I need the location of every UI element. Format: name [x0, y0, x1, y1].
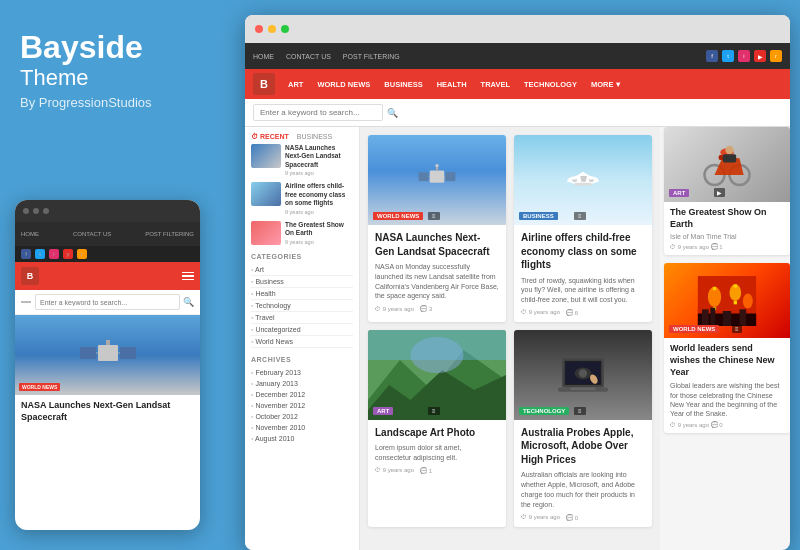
- sidebar-item-nasa[interactable]: NASA Launches Next-Gen Landsat Spacecraf…: [251, 144, 353, 176]
- landscape-list-icon: ≡: [428, 407, 440, 415]
- articles-main: WORLD NEWS ≡ NASA Launches Next-Gen Land…: [360, 127, 660, 550]
- site-nav-post-filtering[interactable]: POST FILTERING: [343, 53, 400, 60]
- business-tab[interactable]: BUSINESS: [297, 133, 332, 140]
- mobile-article-image: WORLD NEWS: [15, 315, 200, 395]
- landscape-article-body: Landscape Art Photo Lorem ipsum dolor si…: [368, 420, 506, 480]
- archives-label: ARCHIVES: [251, 356, 353, 363]
- main-nav-technology[interactable]: TECHNOLOGY: [519, 80, 582, 89]
- sidebar: ⏱ RECENT BUSINESS NASA Launches Next-Gen…: [245, 127, 360, 550]
- cat-art[interactable]: Art: [251, 264, 353, 276]
- browser-maximize-dot[interactable]: [281, 25, 289, 33]
- cat-technology[interactable]: Technology: [251, 300, 353, 312]
- article-landscape[interactable]: ART ≡ Landscape Art Photo Lorem ipsum do…: [368, 330, 506, 527]
- twitter-icon[interactable]: t: [35, 249, 45, 259]
- mobile-article-badge: WORLD NEWS: [19, 383, 60, 391]
- rss-icon[interactable]: r: [770, 50, 782, 62]
- sidebar-item-show[interactable]: The Greatest Show On Earth 9 years ago: [251, 221, 353, 245]
- browser-minimize-dot[interactable]: [268, 25, 276, 33]
- airline-plane-svg: [548, 155, 618, 205]
- main-nav-art[interactable]: ART: [283, 80, 308, 89]
- site-nav-home[interactable]: HOME: [253, 53, 274, 60]
- main-nav-business[interactable]: BUSINESS: [379, 80, 427, 89]
- cat-health[interactable]: Health: [251, 288, 353, 300]
- search-icon[interactable]: 🔍: [387, 108, 398, 118]
- svg-rect-51: [740, 309, 747, 326]
- mobile-nav-contact[interactable]: CONTACT US: [73, 231, 111, 237]
- sidebar-thumb-airline: [251, 182, 281, 206]
- archive-dec-2012[interactable]: December 2012: [251, 389, 353, 400]
- svg-rect-3: [120, 347, 136, 359]
- nasa-satellite-svg: [407, 155, 467, 205]
- svg-point-12: [435, 164, 438, 167]
- australia-time: ⏱ 9 years ago: [521, 514, 560, 520]
- svg-rect-49: [710, 308, 715, 326]
- article-nasa[interactable]: WORLD NEWS ≡ NASA Launches Next-Gen Land…: [368, 135, 506, 322]
- main-nav-travel[interactable]: TRAVEL: [476, 80, 515, 89]
- facebook-icon[interactable]: f: [706, 50, 718, 62]
- landscape-article-excerpt: Lorem ipsum dolor sit amet, consectetur …: [375, 443, 499, 463]
- desktop-search-input[interactable]: [253, 104, 383, 121]
- site-social-icons: f t i ▶ r: [706, 50, 782, 62]
- article-chinese-new-year[interactable]: WORLD NEWS ≡ World leaders send wishes t…: [664, 263, 790, 432]
- archive-feb-2013[interactable]: February 2013: [251, 367, 353, 378]
- brand-title: Bayside: [20, 30, 220, 65]
- sidebar-nasa-title: NASA Launches Next-Gen Landsat Spacecraf…: [285, 144, 353, 169]
- archive-nov-2012[interactable]: November 2012: [251, 400, 353, 411]
- mobile-header: B: [15, 262, 200, 290]
- airline-time: ⏱ 9 years ago: [521, 309, 560, 315]
- mobile-hamburger2-icon[interactable]: [21, 301, 31, 303]
- cat-travel[interactable]: Travel: [251, 312, 353, 324]
- archive-jan-2013[interactable]: January 2013: [251, 378, 353, 389]
- main-nav-health[interactable]: HEALTH: [432, 80, 472, 89]
- mobile-search-bar: 🔍: [15, 290, 200, 315]
- mobile-nav: HOME CONTACT US POST FILTERING: [15, 222, 200, 246]
- greatest-show-video-icon: ▶: [714, 188, 725, 197]
- article-airline[interactable]: BUSINESS ≡ Airline offers child-free eco…: [514, 135, 652, 322]
- nasa-article-meta: ⏱ 9 years ago 💬 3: [375, 305, 499, 312]
- archive-nov-2010[interactable]: November 2010: [251, 422, 353, 433]
- mobile-mockup: HOME CONTACT US POST FILTERING f t i y r…: [15, 200, 200, 530]
- airline-article-meta: ⏱ 9 years ago 💬 6: [521, 309, 645, 316]
- article-greatest-show[interactable]: ART ▶ The Greatest Show On Earth Isle of…: [664, 127, 790, 255]
- cat-uncategorized[interactable]: Uncategorized: [251, 324, 353, 336]
- mobile-nav-home[interactable]: HOME: [21, 231, 39, 237]
- cat-world-news[interactable]: World News: [251, 336, 353, 348]
- chinese-ny-meta: ⏱ 9 years ago 💬 0: [670, 421, 784, 428]
- instagram-icon[interactable]: i: [738, 50, 750, 62]
- svg-rect-23: [368, 330, 506, 360]
- svg-rect-50: [723, 311, 731, 326]
- archive-aug-2010[interactable]: August 2010: [251, 433, 353, 444]
- sidebar-item-airline[interactable]: Airline offers child-free economy class …: [251, 182, 353, 214]
- svg-rect-5: [106, 340, 110, 345]
- browser-close-dot[interactable]: [255, 25, 263, 33]
- site-logo: B: [253, 73, 275, 95]
- landscape-article-meta: ⏱ 9 years ago 💬 1: [375, 467, 499, 474]
- mobile-search-icon[interactable]: 🔍: [183, 297, 194, 307]
- youtube-icon[interactable]: ▶: [754, 50, 766, 62]
- site-nav-contact[interactable]: CONTACT US: [286, 53, 331, 60]
- cat-business[interactable]: Business: [251, 276, 353, 288]
- rss-icon[interactable]: r: [77, 249, 87, 259]
- mobile-dot-1: [23, 208, 29, 214]
- article-nasa-image: WORLD NEWS ≡: [368, 135, 506, 225]
- main-nav-world-news[interactable]: WORLD NEWS: [312, 80, 375, 89]
- svg-rect-41: [713, 287, 716, 290]
- satellite-illustration: [78, 330, 138, 380]
- recent-tab[interactable]: ⏱ RECENT: [251, 133, 289, 140]
- australia-article-body: Australia Probes Apple, Microsoft, Adobe…: [514, 420, 652, 527]
- browser-chrome: [245, 15, 790, 43]
- facebook-icon[interactable]: f: [21, 249, 31, 259]
- instagram-icon[interactable]: i: [49, 249, 59, 259]
- chinese-ny-title: World leaders send wishes the Chinese Ne…: [670, 343, 784, 378]
- hamburger-icon[interactable]: [182, 272, 194, 281]
- airline-badge: BUSINESS: [519, 212, 558, 220]
- mobile-search-input[interactable]: [35, 294, 180, 310]
- twitter-icon[interactable]: t: [722, 50, 734, 62]
- main-nav-more[interactable]: MORE ▾: [586, 80, 625, 89]
- bottom-articles-grid: ART ≡ Landscape Art Photo Lorem ipsum do…: [368, 330, 652, 527]
- mobile-nav-post[interactable]: POST FILTERING: [145, 231, 194, 237]
- youtube-icon[interactable]: y: [63, 249, 73, 259]
- article-australia[interactable]: TECHNOLOGY ≡ Australia Probes Apple, Mic…: [514, 330, 652, 527]
- landscape-badge: ART: [373, 407, 393, 415]
- archive-oct-2012[interactable]: October 2012: [251, 411, 353, 422]
